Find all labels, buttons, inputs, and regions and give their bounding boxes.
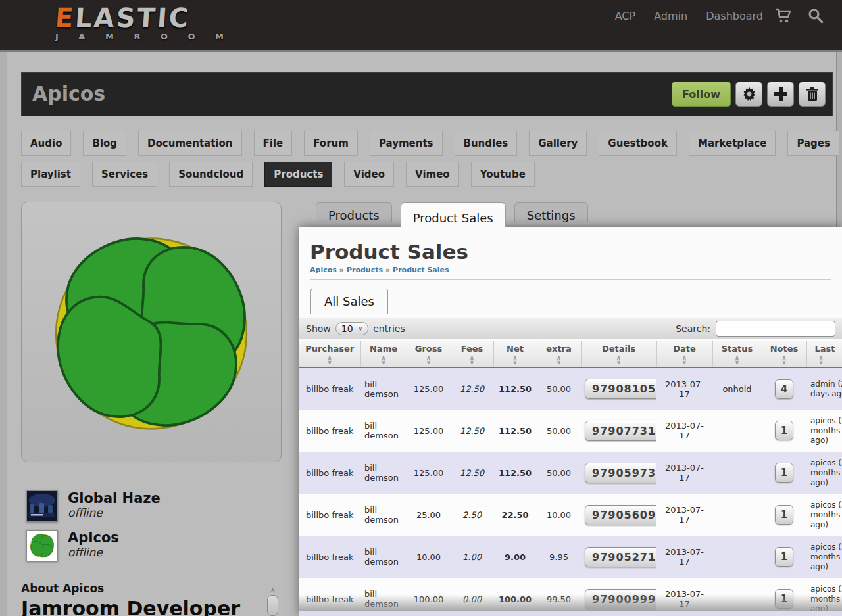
panel-tab-settings[interactable]: Settings: [514, 202, 588, 222]
module-tab-products[interactable]: Products: [264, 162, 332, 187]
sort-down-icon[interactable]: ∨: [381, 360, 385, 365]
module-tab-guestbook[interactable]: Guestbook: [599, 131, 677, 156]
order-details-button[interactable]: 97905973: [585, 463, 656, 483]
module-tab-gallery[interactable]: Gallery: [529, 131, 587, 156]
sort-down-icon[interactable]: ∨: [616, 360, 621, 365]
sort-down-icon[interactable]: ∨: [557, 360, 561, 365]
notes-count-button[interactable]: 1: [775, 463, 793, 483]
cell-status: [712, 494, 762, 536]
column-header-fees[interactable]: Fees∧∨: [451, 341, 493, 367]
module-tab-audio[interactable]: Audio: [21, 131, 71, 156]
friend-item-global-haze[interactable]: Global Haze offline: [26, 490, 161, 522]
scroll-thumb[interactable]: [267, 595, 278, 616]
sort-down-icon[interactable]: ∨: [781, 360, 786, 365]
module-tab-youtube[interactable]: Youtube: [471, 162, 535, 187]
cell-extra: 50.00: [537, 367, 581, 410]
tab-all-sales[interactable]: All Sales: [310, 289, 388, 314]
column-header-extra[interactable]: extra∧∨: [537, 341, 581, 367]
notes-count-button[interactable]: 1: [775, 589, 793, 609]
site-logo[interactable]: ELASTIC J A M R O O M: [55, 5, 232, 41]
gear-icon: [741, 86, 757, 102]
delete-button[interactable]: [799, 82, 826, 107]
module-tab-vimeo[interactable]: Vimeo: [406, 162, 459, 187]
friend-item-apicos[interactable]: Apicos offline: [26, 530, 119, 561]
column-header-gross[interactable]: Gross∧∨: [407, 341, 451, 367]
top-nav: ACPAdminDashboard: [615, 10, 763, 22]
sort-down-icon[interactable]: ∨: [819, 360, 824, 365]
column-header-date[interactable]: Date∧∨: [656, 341, 712, 367]
cell-notes: 4: [762, 367, 806, 410]
cell-purchaser: billbo freak: [299, 452, 360, 494]
order-details-button[interactable]: 97905609: [585, 505, 656, 525]
sort-down-icon[interactable]: ∨: [426, 360, 431, 365]
notes-count-button[interactable]: 1: [775, 421, 793, 440]
column-header-net[interactable]: Net∧∨: [493, 341, 537, 367]
cell-fees: 12.50: [451, 367, 493, 410]
module-tab-soundcloud[interactable]: Soundcloud: [169, 162, 253, 187]
breadcrumb-link-apicos[interactable]: Apicos: [310, 266, 337, 274]
cart-icon[interactable]: [775, 8, 792, 24]
module-tab-pages[interactable]: Pages: [787, 131, 839, 156]
scroll-up-icon[interactable]: ∧: [270, 587, 275, 594]
order-details-button[interactable]: 97908105: [585, 379, 656, 399]
cell-status: [712, 536, 762, 578]
search-icon[interactable]: [808, 8, 824, 24]
sort-down-icon[interactable]: ∨: [328, 360, 332, 365]
cell-date: 2013-07-17: [656, 410, 712, 452]
column-header-status[interactable]: Status∧∨: [712, 341, 762, 367]
column-header-last[interactable]: Last∧∨: [806, 341, 842, 367]
cell-purchaser: billbo freak: [299, 578, 360, 616]
nav-link-dashboard[interactable]: Dashboard: [706, 10, 763, 22]
panel-tab-products[interactable]: Products: [316, 202, 392, 222]
sort-icons: ∧∨: [302, 356, 358, 365]
module-tab-file[interactable]: File: [254, 131, 293, 156]
follow-button[interactable]: Follow: [672, 82, 731, 107]
add-button[interactable]: [767, 82, 794, 107]
page-size-select[interactable]: 10 ∨: [335, 322, 368, 335]
sort-down-icon[interactable]: ∨: [512, 360, 517, 365]
column-header-details[interactable]: Details∧∨: [581, 341, 656, 367]
cell-net: 9.00: [493, 536, 537, 578]
sort-down-icon[interactable]: ∨: [682, 360, 687, 365]
cell-details: 97900999: [581, 578, 656, 616]
column-header-notes[interactable]: Notes∧∨: [762, 341, 806, 367]
column-header-purchaser[interactable]: Purchaser∧∨: [299, 341, 360, 367]
settings-button[interactable]: [735, 82, 762, 107]
notes-count-button[interactable]: 1: [775, 505, 793, 525]
top-header: ELASTIC J A M R O O M ACPAdminDashboard: [0, 0, 842, 52]
sort-down-icon[interactable]: ∨: [470, 360, 474, 365]
sidebar-scrollbar[interactable]: ∧: [266, 587, 280, 616]
module-tab-documentation[interactable]: Documentation: [138, 131, 241, 156]
sort-down-icon[interactable]: ∨: [735, 360, 739, 365]
order-details-button[interactable]: 97900999: [585, 589, 656, 609]
search-input[interactable]: [716, 321, 835, 337]
column-header-name[interactable]: Name∧∨: [360, 341, 407, 367]
module-tab-playlist[interactable]: Playlist: [21, 162, 80, 187]
logo-subtext: J A M R O O M: [55, 32, 232, 41]
module-tab-video[interactable]: Video: [344, 162, 394, 187]
module-tab-blog[interactable]: Blog: [83, 131, 126, 156]
breadcrumb-link-product-sales[interactable]: Product Sales: [393, 266, 449, 274]
module-tab-forum[interactable]: Forum: [304, 131, 358, 156]
notes-count-button[interactable]: 1: [775, 547, 793, 567]
chevron-down-icon: ∨: [359, 325, 363, 332]
last-updated-text: apicos (2 months ago): [810, 584, 842, 614]
module-tab-bundles[interactable]: Bundles: [455, 131, 518, 156]
notes-count-button[interactable]: 4: [775, 379, 793, 399]
module-tab-services[interactable]: Services: [92, 162, 157, 187]
panel-tabs: ProductsProduct SalesSettings: [316, 202, 588, 227]
profile-image: [21, 202, 282, 462]
order-details-button[interactable]: 97907731: [585, 421, 656, 441]
last-updated-text: apicos (2 months ago): [810, 416, 842, 446]
module-tab-marketplace[interactable]: Marketplace: [689, 131, 776, 156]
order-details-button[interactable]: 97905271: [585, 547, 656, 567]
breadcrumb-link-products[interactable]: Products: [347, 266, 383, 274]
nav-link-acp[interactable]: ACP: [615, 10, 635, 22]
panel-tab-product-sales[interactable]: Product Sales: [401, 202, 506, 227]
cell-name: bill demson: [360, 410, 407, 452]
nav-link-admin[interactable]: Admin: [654, 10, 687, 22]
cell-details: 97908105: [581, 367, 656, 410]
module-tab-payments[interactable]: Payments: [370, 131, 443, 156]
cell-extra: 10.00: [537, 494, 581, 536]
inner-tabbar: All Sales: [299, 284, 842, 314]
